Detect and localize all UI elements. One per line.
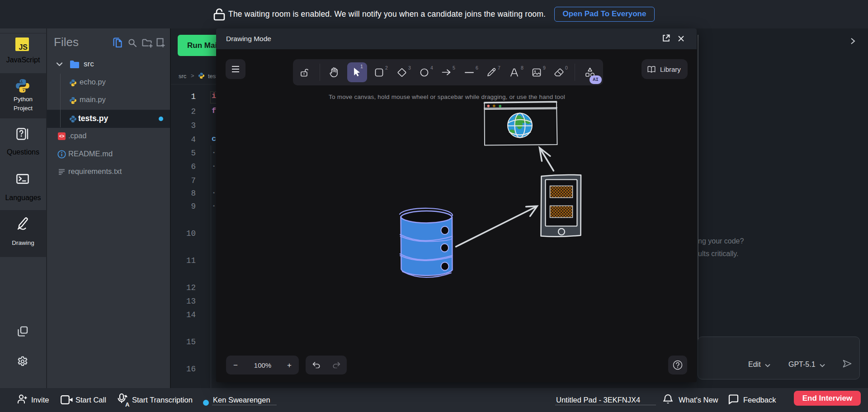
svg-text:A: A — [125, 401, 130, 407]
